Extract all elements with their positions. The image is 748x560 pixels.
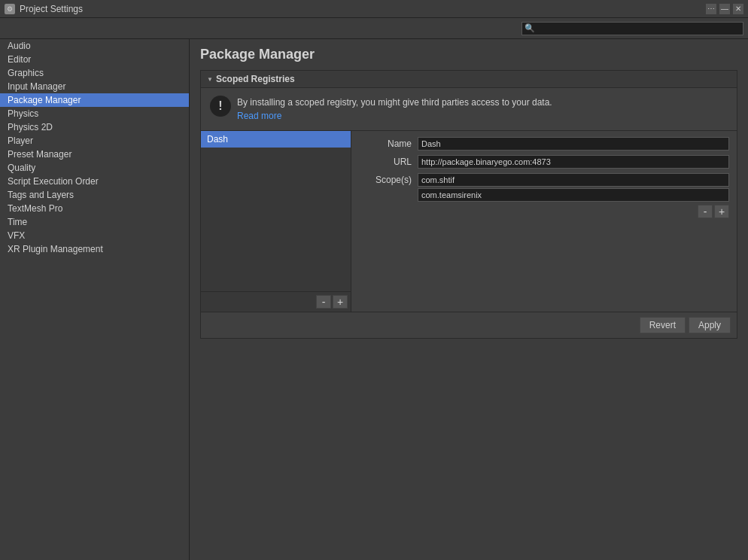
search-wrapper: 🔍: [521, 22, 743, 35]
url-field-row: URL: [359, 155, 729, 169]
scope-section: Scope(s) com.shtifcom.teamsirenix - +: [359, 173, 729, 218]
name-input[interactable]: [418, 137, 729, 151]
action-buttons: Revert Apply: [201, 312, 737, 338]
registry-list-items: Dash: [201, 131, 351, 291]
read-more-link[interactable]: Read more: [237, 111, 281, 121]
close-button[interactable]: ✕: [733, 4, 743, 14]
content-area: Package Manager ▼ Scoped Registries ! By…: [190, 39, 748, 560]
name-label: Name: [359, 138, 412, 149]
registry-area: Dash - + Name URL: [201, 131, 737, 312]
sidebar-item-quality[interactable]: Quality: [0, 161, 189, 175]
registry-detail: Name URL Scope(s) com.shtifcom.teamsiren…: [351, 131, 737, 312]
sidebar-item-physics[interactable]: Physics: [0, 107, 189, 120]
scope-list: com.shtifcom.teamsirenix - +: [418, 173, 729, 218]
panel-section-label: Scoped Registries: [216, 74, 295, 84]
registry-list-buttons: - +: [201, 291, 351, 312]
main-layout: AudioEditorGraphicsInput ManagerPackage …: [0, 39, 748, 560]
scope-item: com.teamsirenix: [418, 188, 729, 202]
remove-scope-button[interactable]: -: [698, 205, 713, 218]
sidebar-item-time[interactable]: Time: [0, 215, 189, 229]
warning-box: ! By installing a scoped registry, you m…: [201, 88, 737, 131]
sidebar-item-preset-manager[interactable]: Preset Manager: [0, 148, 189, 161]
add-registry-button[interactable]: +: [333, 295, 348, 309]
remove-registry-button[interactable]: -: [316, 295, 331, 309]
titlebar: ⚙ Project Settings ⋯ — ✕: [0, 0, 748, 18]
sidebar-item-vfx[interactable]: VFX: [0, 229, 189, 242]
sidebar-item-textmesh-pro[interactable]: TextMesh Pro: [0, 202, 189, 215]
minimize-button[interactable]: —: [719, 4, 730, 14]
collapse-icon: ▼: [207, 76, 213, 83]
url-input[interactable]: [418, 155, 729, 169]
apply-button[interactable]: Apply: [689, 317, 731, 333]
sidebar-item-script-execution-order[interactable]: Script Execution Order: [0, 175, 189, 188]
titlebar-controls: ⋯ — ✕: [706, 4, 743, 14]
warning-icon: !: [210, 96, 231, 117]
registry-item-dash[interactable]: Dash: [201, 131, 351, 148]
sidebar-item-player[interactable]: Player: [0, 134, 189, 148]
titlebar-left: ⚙ Project Settings: [5, 4, 83, 14]
sidebar-item-graphics[interactable]: Graphics: [0, 66, 189, 80]
panel-header: ▼ Scoped Registries: [201, 71, 737, 88]
scoped-registries-panel: ▼ Scoped Registries ! By installing a sc…: [200, 70, 737, 339]
searchbar: 🔍: [0, 18, 748, 39]
sidebar-item-audio[interactable]: Audio: [0, 39, 189, 53]
sidebar-item-tags-and-layers[interactable]: Tags and Layers: [0, 188, 189, 202]
scope-item: com.shtif: [418, 173, 729, 187]
registry-list: Dash - +: [201, 131, 351, 312]
page-title: Package Manager: [200, 47, 737, 62]
sidebar: AudioEditorGraphicsInput ManagerPackage …: [0, 39, 190, 560]
warning-text: By installing a scoped registry, you mig…: [237, 96, 552, 123]
url-label: URL: [359, 157, 412, 167]
sidebar-item-physics-2d[interactable]: Physics 2D: [0, 120, 189, 134]
sidebar-item-package-manager[interactable]: Package Manager: [0, 93, 189, 107]
window-title: Project Settings: [20, 4, 83, 14]
scopes-label: Scope(s): [359, 173, 412, 218]
search-input[interactable]: [521, 22, 743, 35]
name-field-row: Name: [359, 137, 729, 151]
app-icon: ⚙: [5, 4, 15, 14]
revert-button[interactable]: Revert: [640, 317, 686, 333]
sidebar-item-xr-plugin-management[interactable]: XR Plugin Management: [0, 242, 189, 256]
menu-button[interactable]: ⋯: [706, 4, 716, 14]
sidebar-item-input-manager[interactable]: Input Manager: [0, 80, 189, 93]
sidebar-item-editor[interactable]: Editor: [0, 53, 189, 66]
scope-buttons-row: - +: [418, 205, 729, 218]
add-scope-button[interactable]: +: [714, 205, 729, 218]
